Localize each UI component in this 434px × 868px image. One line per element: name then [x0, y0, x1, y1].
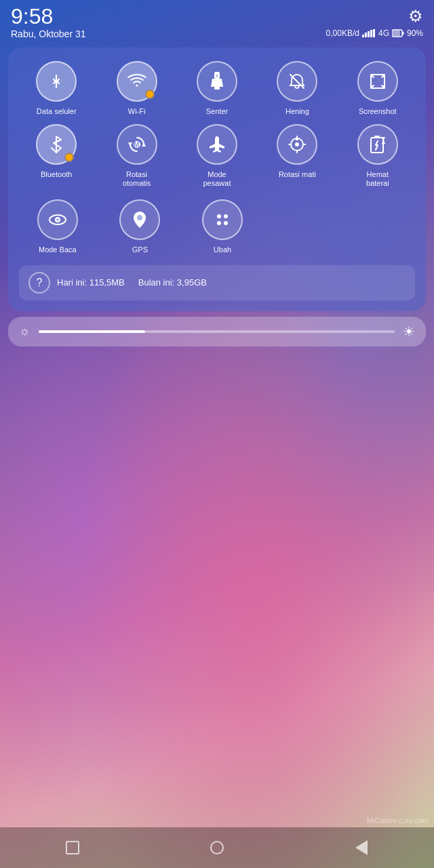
svg-rect-3	[370, 30, 372, 37]
tile-mode-baca[interactable]: Mode Baca	[19, 199, 96, 254]
senter-icon	[197, 61, 237, 102]
brightness-low-icon: ☼	[19, 324, 31, 338]
status-right: ⚙ 0,00KB/d 4G 90%	[326, 7, 423, 38]
ubah-label: Ubah	[214, 245, 231, 254]
nav-recent-button[interactable]	[59, 834, 86, 861]
clock: 9:58	[11, 5, 86, 27]
nav-bar	[0, 827, 434, 868]
date: Rabu, Oktober 31	[11, 28, 86, 39]
status-left: 9:58 Rabu, Oktober 31	[11, 5, 86, 39]
brightness-track[interactable]	[39, 330, 395, 333]
hemat-baterai-label: Hemat baterai	[356, 170, 399, 188]
svg-rect-22	[374, 136, 380, 138]
tile-bluetooth[interactable]: Bluetooth	[19, 124, 94, 188]
svg-text:M: M	[134, 141, 139, 149]
screenshot-icon	[357, 61, 398, 102]
bluetooth-icon	[36, 124, 77, 165]
svg-point-31	[224, 221, 228, 225]
tile-ubah[interactable]: Ubah	[184, 199, 261, 254]
mode-pesawat-icon	[197, 124, 237, 165]
bluetooth-label: Bluetooth	[41, 170, 72, 179]
tile-data-seluler[interactable]: Data seluler	[19, 61, 94, 116]
svg-point-27	[137, 215, 142, 220]
mode-pesawat-label: Mode pesawat	[195, 170, 239, 188]
svg-rect-0	[362, 35, 364, 37]
bluetooth-badge	[64, 153, 74, 162]
hening-label: Hening	[285, 107, 309, 116]
tile-wifi[interactable]: Wi-Fi	[99, 61, 174, 116]
svg-point-19	[295, 142, 299, 146]
tile-rotasi-otomatis[interactable]: M Rotasi otomatis	[99, 124, 174, 188]
svg-rect-2	[368, 31, 370, 37]
nav-recent-icon	[66, 841, 79, 854]
ubah-icon	[202, 199, 243, 240]
tile-hening[interactable]: Hening	[260, 61, 334, 116]
mode-baca-icon	[37, 199, 78, 240]
wifi-label: Wi-Fi	[128, 107, 146, 116]
brightness-high-icon: ☀	[403, 323, 415, 340]
brightness-bar[interactable]: ☼ ☀	[8, 317, 426, 347]
svg-point-29	[224, 214, 228, 218]
tile-gps[interactable]: GPS	[102, 199, 179, 254]
status-icons: 0,00KB/d 4G 90%	[326, 28, 423, 38]
tile-mode-pesawat[interactable]: Mode pesawat	[180, 124, 254, 188]
gps-label: GPS	[132, 245, 148, 254]
data-usage-text: Hari ini: 115,5MB Bulan ini: 3,95GB	[57, 277, 207, 288]
screenshot-label: Screenshot	[359, 107, 397, 116]
rotasi-otomatis-icon: M	[117, 124, 157, 165]
tile-senter[interactable]: Senter	[180, 61, 254, 116]
svg-rect-7	[393, 31, 400, 36]
svg-marker-9	[211, 79, 223, 87]
data-usage-bar: ? Hari ini: 115,5MB Bulan ini: 3,95GB	[19, 265, 415, 300]
svg-rect-6	[402, 32, 403, 35]
wifi-badge	[145, 90, 155, 99]
svg-marker-16	[128, 142, 132, 146]
svg-rect-10	[214, 87, 220, 90]
settings-icon[interactable]: ⚙	[408, 7, 423, 26]
battery-icon	[392, 29, 404, 37]
nav-home-icon	[210, 841, 224, 854]
svg-point-26	[56, 218, 59, 221]
svg-point-28	[217, 214, 221, 218]
nav-back-button[interactable]	[348, 834, 375, 861]
tiles-row1: Data seluler Wi-Fi	[19, 61, 415, 189]
mode-baca-label: Mode Baca	[39, 245, 77, 254]
wifi-icon	[117, 61, 157, 102]
svg-rect-4	[373, 29, 375, 37]
data-seluler-label: Data seluler	[37, 107, 77, 116]
svg-rect-1	[365, 33, 367, 37]
data-seluler-icon	[36, 61, 77, 102]
rotasi-otomatis-label: Rotasi otomatis	[115, 170, 159, 188]
battery-percent: 90%	[407, 28, 423, 38]
today-usage: Hari ini: 115,5MB	[57, 277, 125, 288]
tile-screenshot[interactable]: Screenshot	[340, 61, 415, 116]
month-usage: Bulan ini: 3,95GB	[138, 277, 207, 288]
tile-rotasi-mati[interactable]: Rotasi mati	[260, 124, 334, 188]
status-bar: 9:58 Rabu, Oktober 31 ⚙ 0,00KB/d 4G	[0, 0, 434, 42]
rotasi-mati-icon	[277, 124, 317, 165]
senter-label: Senter	[206, 107, 228, 116]
brightness-fill	[39, 330, 146, 333]
tile-hemat-baterai[interactable]: Hemat baterai	[340, 124, 415, 188]
hemat-baterai-icon	[357, 124, 398, 165]
rotasi-mati-label: Rotasi mati	[279, 170, 316, 179]
tiles-row3: Mode Baca GPS Ubah	[19, 199, 415, 254]
nav-home-button[interactable]	[203, 834, 231, 861]
network-speed: 0,00KB/d	[326, 28, 359, 38]
svg-rect-20	[296, 138, 298, 140]
network-type: 4G	[378, 28, 389, 38]
data-usage-icon: ?	[28, 272, 50, 294]
nav-back-icon	[355, 840, 368, 855]
quick-settings-panel: Data seluler Wi-Fi	[8, 47, 426, 311]
svg-point-30	[217, 221, 221, 225]
micomm-watermark: MiComm c.mi.com	[367, 816, 429, 825]
hening-icon	[277, 61, 317, 102]
signal-bars	[362, 29, 376, 37]
svg-marker-15	[142, 142, 146, 146]
gps-icon	[119, 199, 160, 240]
